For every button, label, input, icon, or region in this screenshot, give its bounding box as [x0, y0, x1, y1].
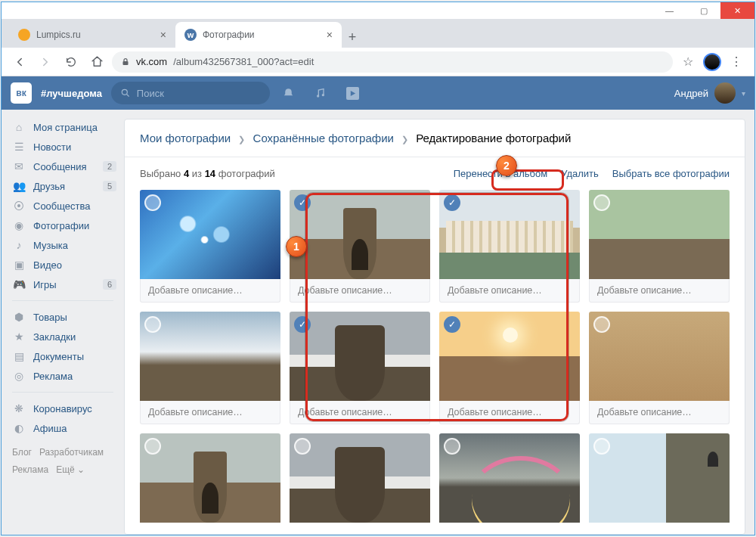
sidebar-item[interactable]: ✉Сообщения2: [2, 157, 124, 176]
address-bar[interactable]: vk.com/album432567381_000?act=edit: [112, 51, 673, 73]
chevron-right-icon: ❯: [401, 135, 408, 144]
photo-thumbnail[interactable]: ✓: [290, 312, 430, 401]
photo-caption-input[interactable]: Добавьте описание…: [439, 279, 580, 303]
photo-checkbox[interactable]: ✓: [444, 316, 460, 333]
sidebar-item[interactable]: ◐Афиша: [2, 418, 124, 438]
breadcrumb-link[interactable]: Мои фотографии: [140, 132, 231, 144]
photo-caption-input[interactable]: Добавьте описание…: [589, 401, 730, 424]
sidebar-item[interactable]: ❋Коронавирус: [2, 399, 124, 418]
nav-home-button[interactable]: [86, 51, 107, 73]
sidebar-item[interactable]: ▣Видео: [2, 255, 124, 275]
photo-card: ✓Добавьте описание…: [290, 312, 430, 424]
select-all-link[interactable]: Выбрать все фотографии: [612, 168, 730, 179]
photo-caption-input[interactable]: Добавьте описание…: [140, 401, 280, 424]
sidebar-item-label: Реклама: [33, 371, 73, 382]
sidebar-item[interactable]: ⦿Сообщества: [2, 196, 124, 216]
sidebar-item[interactable]: ★Закладки: [2, 327, 124, 346]
sidebar-item[interactable]: ◎Реклама: [2, 366, 124, 386]
sidebar-item[interactable]: 🎮Игры6: [2, 275, 124, 294]
photo-card: [589, 433, 730, 523]
nav-reload-button[interactable]: [60, 51, 82, 73]
photo-thumbnail[interactable]: [140, 190, 280, 279]
vk-logo[interactable]: вк: [11, 82, 32, 104]
photo-caption-input[interactable]: Добавьте описание…: [439, 401, 580, 424]
sidebar-item-label: Фотографии: [33, 220, 89, 231]
photo-checkbox[interactable]: ✓: [294, 316, 311, 333]
search-input[interactable]: Поиск: [111, 82, 270, 104]
music-icon[interactable]: [314, 87, 327, 100]
new-tab-button[interactable]: +: [342, 26, 363, 48]
photo-checkbox[interactable]: [593, 194, 610, 211]
footer-link[interactable]: Реклама: [12, 464, 48, 475]
nav-back-button[interactable]: [9, 51, 30, 73]
photo-thumbnail[interactable]: [589, 312, 730, 401]
market-icon: ⬢: [12, 311, 26, 323]
photo-card: [439, 433, 580, 523]
photo-caption-input[interactable]: Добавьте описание…: [140, 279, 280, 303]
annotation-badge: 2: [496, 155, 517, 176]
delete-link[interactable]: Удалить: [561, 168, 599, 179]
browser-tab[interactable]: Lumpics.ru ×: [9, 22, 175, 48]
breadcrumb-current: Редактирование фотографий: [416, 132, 571, 144]
play-icon[interactable]: [346, 87, 359, 100]
photo-caption-input[interactable]: Добавьте описание…: [290, 279, 430, 303]
badge: 2: [103, 161, 116, 172]
photo-checkbox[interactable]: ✓: [444, 194, 460, 211]
photo-checkbox[interactable]: [593, 438, 610, 455]
sidebar-item-label: Документы: [33, 351, 84, 362]
sidebar-item[interactable]: ♪Музыка: [2, 235, 124, 255]
search-icon: [120, 88, 131, 98]
tab-close-icon[interactable]: ×: [160, 29, 166, 41]
url-path: /album432567381_000?act=edit: [173, 56, 314, 67]
photo-card: [290, 433, 430, 523]
photo-thumbnail[interactable]: [140, 312, 280, 401]
window-close[interactable]: ✕: [720, 2, 754, 19]
window-maximize[interactable]: ▢: [686, 2, 720, 19]
photo-thumbnail[interactable]: [290, 433, 430, 523]
photo-thumbnail[interactable]: [140, 433, 280, 523]
photo-caption-input[interactable]: Добавьте описание…: [290, 401, 430, 424]
photo-card: ✓Добавьте описание…: [439, 312, 580, 424]
photo-checkbox[interactable]: [144, 316, 161, 333]
sidebar-item[interactable]: ▤Документы: [2, 346, 124, 366]
photo-thumbnail[interactable]: ✓: [439, 190, 580, 279]
footer-link[interactable]: Разработчикам: [39, 447, 104, 458]
user-menu[interactable]: Андрей ▾: [674, 82, 745, 104]
nav-forward-button[interactable]: [35, 51, 56, 73]
sidebar-item[interactable]: ⌂Моя страница: [2, 117, 124, 137]
breadcrumb-link[interactable]: Сохранённые фотографии: [253, 132, 394, 144]
footer-link[interactable]: Ещё ⌄: [56, 464, 85, 475]
sidebar-item[interactable]: ☰Новости: [2, 137, 124, 157]
profile-avatar[interactable]: [703, 53, 721, 71]
photo-thumbnail[interactable]: ✓: [439, 312, 580, 401]
sidebar-item-label: Игры: [33, 279, 57, 290]
badge: 6: [103, 279, 116, 290]
photo-checkbox[interactable]: ✓: [294, 194, 311, 211]
photo-checkbox[interactable]: [593, 316, 610, 333]
bookmark-star-icon[interactable]: ☆: [677, 51, 699, 73]
photo-thumbnail[interactable]: ✓: [290, 190, 430, 279]
sidebar-item[interactable]: 👥Друзья5: [2, 176, 124, 196]
footer-link[interactable]: Блог: [12, 447, 32, 458]
photo-checkbox[interactable]: [294, 438, 311, 455]
window-minimize[interactable]: —: [652, 2, 686, 19]
photo-thumbnail[interactable]: [589, 433, 730, 523]
photo-thumbnail[interactable]: [439, 433, 580, 523]
friends-icon: 👥: [12, 180, 26, 192]
photo-caption-input[interactable]: Добавьте описание…: [589, 279, 730, 303]
notifications-icon[interactable]: [282, 87, 295, 100]
browser-tab-active[interactable]: w Фотографии ×: [175, 22, 342, 48]
photos-icon: ◉: [12, 219, 26, 231]
photo-checkbox[interactable]: [144, 438, 161, 455]
news-icon: ☰: [12, 141, 26, 153]
tab-close-icon[interactable]: ×: [327, 29, 333, 41]
sidebar-item[interactable]: ◉Фотографии: [2, 216, 124, 235]
sidebar-item[interactable]: ⬢Товары: [2, 307, 124, 327]
browser-menu-button[interactable]: ⋮: [726, 51, 747, 73]
photo-checkbox[interactable]: [444, 438, 460, 455]
photo-thumbnail[interactable]: [589, 190, 730, 279]
selection-count-label: Выбрано 4 из 14 фотографий: [140, 168, 275, 179]
vk-hashtag[interactable]: #лучшедома: [41, 88, 102, 99]
photo-card: Добавьте описание…: [589, 312, 730, 424]
photo-checkbox[interactable]: [144, 194, 161, 211]
